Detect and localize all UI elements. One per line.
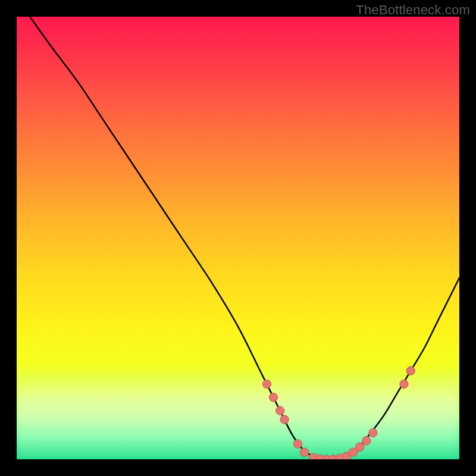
curve-dot [269,393,277,402]
curve-layer [17,17,459,459]
plot-area [17,17,459,459]
curve-dot [400,380,408,388]
curve-markers [262,367,415,459]
watermark-text: TheBottleneck.com [356,2,470,18]
curve-dot [300,448,308,456]
curve-dot [355,443,364,451]
curve-dot [293,440,302,448]
bottleneck-curve [30,17,459,459]
curve-dot [262,380,271,388]
curve-dot [280,415,289,424]
curve-dot [369,428,377,437]
curve-dot [406,367,415,375]
curve-dot [362,437,371,445]
curve-dot [276,406,284,415]
